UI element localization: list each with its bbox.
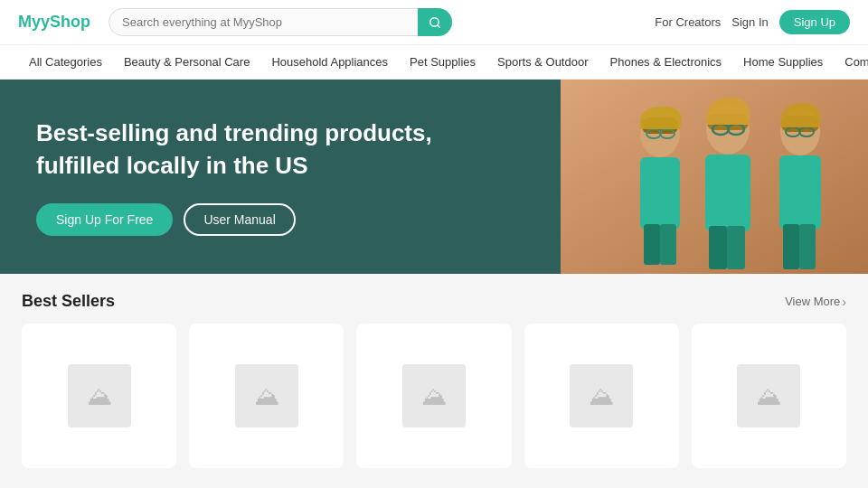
search-bar — [108, 8, 452, 36]
main-content: Best Sellers View More › ⛰ ⛰ ⛰ — [0, 274, 868, 488]
nav-item-household[interactable]: Household Appliances — [260, 45, 399, 79]
chevron-right-icon: › — [842, 295, 846, 309]
hero-buttons: Sign Up For Free User Manual — [36, 203, 832, 236]
product-card[interactable]: ⛰ — [356, 324, 511, 468]
product-card[interactable]: ⛰ — [524, 324, 679, 468]
nav-item-sports[interactable]: Sports & Outdoor — [486, 45, 599, 79]
best-sellers-view-more[interactable]: View More › — [785, 295, 846, 309]
product-card[interactable]: ⛰ — [189, 324, 344, 468]
search-icon — [429, 16, 441, 29]
sign-up-button[interactable]: Sign Up — [779, 10, 850, 34]
image-placeholder-icon: ⛰ — [756, 381, 781, 411]
nav-item-all-categories[interactable]: All Categories — [18, 45, 113, 79]
product-image: ⛰ — [737, 364, 800, 427]
nav-item-pet[interactable]: Pet Supplies — [399, 45, 486, 79]
product-card[interactable]: ⛰ — [692, 324, 846, 468]
search-button[interactable] — [418, 8, 452, 36]
hero-content: Best-selling and trending products, fulf… — [0, 90, 868, 262]
view-more-label: View More — [785, 295, 840, 308]
product-image: ⛰ — [570, 364, 633, 427]
main-nav: All Categories Beauty & Personal Care Ho… — [0, 45, 868, 80]
nav-item-beauty[interactable]: Beauty & Personal Care — [113, 45, 260, 79]
best-sellers-header: Best Sellers View More › — [22, 292, 846, 311]
product-image: ⛰ — [235, 364, 298, 427]
sign-in-button[interactable]: Sign In — [731, 15, 768, 29]
for-creators-link[interactable]: For Creators — [655, 15, 721, 29]
header: MyyShop For Creators Sign In Sign Up — [0, 0, 868, 45]
hero-manual-button[interactable]: User Manual — [184, 203, 295, 236]
best-sellers-section: Best Sellers View More › ⛰ ⛰ ⛰ — [22, 292, 846, 468]
header-actions: For Creators Sign In Sign Up — [655, 10, 850, 34]
hero-title: Best-selling and trending products, fulf… — [36, 117, 470, 181]
image-placeholder-icon: ⛰ — [87, 381, 112, 411]
image-placeholder-icon: ⛰ — [589, 381, 614, 411]
best-sellers-products: ⛰ ⛰ ⛰ ⛰ ⛰ — [22, 324, 846, 468]
product-image: ⛰ — [402, 364, 466, 427]
logo[interactable]: MyyShop — [18, 13, 90, 32]
nav-item-home[interactable]: Home Supplies — [732, 45, 834, 79]
search-input[interactable] — [108, 8, 452, 36]
hero-signup-button[interactable]: Sign Up For Free — [36, 203, 173, 236]
product-card[interactable]: ⛰ — [22, 324, 176, 468]
image-placeholder-icon: ⛰ — [254, 381, 279, 411]
nav-item-computers[interactable]: Computers & Office | — [834, 45, 868, 79]
product-image: ⛰ — [68, 364, 131, 427]
nav-item-phones[interactable]: Phones & Electronics — [599, 45, 733, 79]
best-sellers-title: Best Sellers — [22, 292, 115, 311]
hero-banner: Best-selling and trending products, fulf… — [0, 80, 868, 274]
image-placeholder-icon: ⛰ — [421, 381, 447, 411]
